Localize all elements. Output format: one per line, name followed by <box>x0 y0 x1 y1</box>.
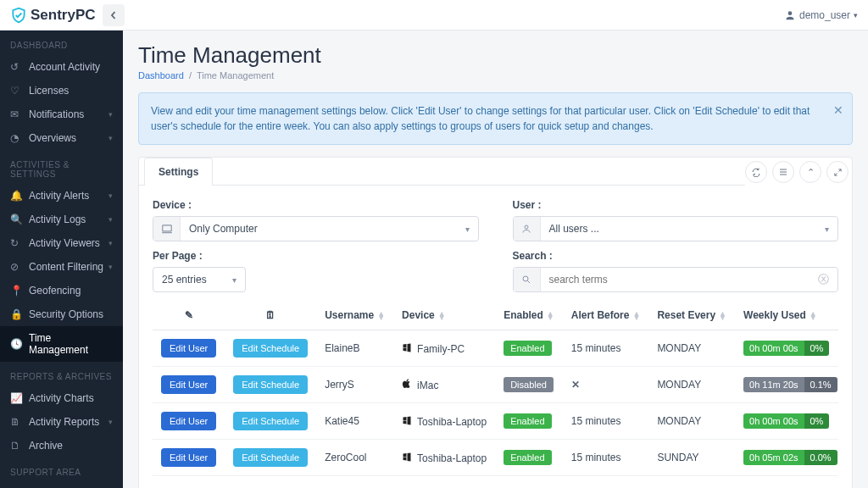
sidebar-item-account-activity[interactable]: ↺Account Activity <box>0 55 123 79</box>
expand-button[interactable] <box>826 161 849 183</box>
svg-rect-1 <box>162 225 171 231</box>
ban-icon: ⊘ <box>10 261 22 273</box>
collapse-button[interactable]: ⌃ <box>799 161 821 183</box>
sidebar-item-activity-viewers[interactable]: ↻Activity Viewers▾ <box>0 231 123 255</box>
refresh-button[interactable] <box>745 161 767 183</box>
user-menu[interactable]: demo_user ▾ <box>784 9 858 21</box>
user-select[interactable]: All users ... ▾ <box>513 216 839 241</box>
sort-icon[interactable]: ▲▼ <box>377 312 385 320</box>
expand-icon <box>833 168 843 177</box>
alert-text: View and edit your time management setti… <box>151 105 810 132</box>
sidebar-item-archive[interactable]: 🗋Archive <box>0 434 123 458</box>
cell-alert-before: ✕ <box>563 367 649 403</box>
alert-close-button[interactable]: ✕ <box>833 102 843 119</box>
chevron-down-icon: ▾ <box>224 275 245 285</box>
time-management-table: ✎🗓Username▲▼Device▲▼Enabled▲▼Alert Befor… <box>153 301 838 476</box>
col-alert-before[interactable]: Alert Before▲▼ <box>563 301 649 330</box>
sort-icon[interactable]: ▲▼ <box>810 312 817 320</box>
list-button[interactable] <box>772 161 794 183</box>
sort-icon[interactable]: ▲▼ <box>719 312 726 320</box>
user-label: User : <box>513 199 839 211</box>
file-icon: 🗋 <box>10 440 22 452</box>
sidebar-item-licenses[interactable]: ♡Licenses <box>0 79 123 103</box>
brand-logo[interactable]: SentryPC <box>10 7 96 24</box>
cell-device: Family-PC <box>393 330 495 367</box>
sidebar-item-activity-logs[interactable]: 🔍Activity Logs▾ <box>0 208 123 231</box>
table-row: Edit UserEdit ScheduleZeroCoolToshiba-La… <box>153 440 838 476</box>
search-icon <box>521 274 531 285</box>
info-alert: View and edit your time management setti… <box>138 92 853 145</box>
sidebar-item-time-management[interactable]: 🕓Time Management <box>0 326 123 362</box>
cell-username: JerryS <box>316 367 393 403</box>
edit-schedule-button[interactable]: Edit Schedule <box>233 412 308 430</box>
search-input[interactable]: ⓧ <box>513 267 839 292</box>
sidebar-item-activity-charts[interactable]: 📈Activity Charts <box>0 386 123 410</box>
weekly-used-badge: 0h 05m 02s0.0% <box>743 450 837 465</box>
col-device[interactable]: Device▲▼ <box>393 301 495 330</box>
page-title: Time Management <box>138 42 853 69</box>
device-icon <box>161 224 173 234</box>
sidebar-item-overviews[interactable]: ◔Overviews▾ <box>0 126 123 150</box>
device-label: Device : <box>153 199 479 211</box>
cell-device: Toshiba-Laptop <box>393 403 495 440</box>
sidebar-item-label: Licenses <box>29 85 69 97</box>
cell-username: Katie45 <box>316 403 393 440</box>
col-username[interactable]: Username▲▼ <box>316 301 393 330</box>
col-reset-every[interactable]: Reset Every▲▼ <box>648 301 735 330</box>
sidebar-item-security-options[interactable]: 🔒Security Options <box>0 302 123 326</box>
sidebar-item-label: Time Management <box>29 332 113 356</box>
sidebar-item-label: Activity Charts <box>29 392 94 404</box>
col-enabled[interactable]: Enabled▲▼ <box>495 301 563 330</box>
search-field[interactable] <box>541 274 810 286</box>
sidebar-item-activity-alerts[interactable]: 🔔Activity Alerts▾ <box>0 184 123 208</box>
chevron-down-icon: ▾ <box>816 225 837 234</box>
chevron-left-icon <box>109 11 118 19</box>
enabled-badge: Enabled <box>504 341 551 356</box>
bell-icon: 🔔 <box>10 190 22 202</box>
clock-icon: 🕓 <box>10 338 22 350</box>
sort-icon[interactable]: ▲▼ <box>438 312 446 320</box>
tag-icon: ♡ <box>10 85 22 97</box>
edit-user-button[interactable]: Edit User <box>161 375 216 394</box>
sidebar-item-geofencing[interactable]: 📍Geofencing <box>0 279 123 302</box>
edit-schedule-button[interactable]: Edit Schedule <box>233 375 308 394</box>
brand-name: SentryPC <box>31 7 96 24</box>
col-edit-user: ✎ <box>153 301 225 330</box>
chevron-down-icon: ▾ <box>108 263 113 271</box>
edit-user-button[interactable]: Edit User <box>161 412 216 430</box>
sidebar-toggle-button[interactable] <box>103 4 125 26</box>
mac-icon <box>402 379 412 391</box>
history-icon: ↺ <box>10 61 22 73</box>
edit-schedule-button[interactable]: Edit Schedule <box>233 339 308 358</box>
tab-settings[interactable]: Settings <box>144 158 213 186</box>
sort-icon[interactable]: ▲▼ <box>547 312 554 320</box>
edit-user-button[interactable]: Edit User <box>161 448 216 467</box>
sidebar-heading: DASHBOARD <box>0 30 123 55</box>
device-select[interactable]: Only Computer ▾ <box>153 216 479 241</box>
cell-reset-every: MONDAY <box>648 330 735 367</box>
sidebar-item-label: Account Activity <box>29 61 100 73</box>
cell-reset-every: SUNDAY <box>648 440 735 476</box>
edit-user-button[interactable]: Edit User <box>161 339 216 358</box>
user-icon <box>521 224 531 234</box>
sidebar-item-content-filtering[interactable]: ⊘Content Filtering▾ <box>0 255 123 279</box>
edit-schedule-button[interactable]: Edit Schedule <box>233 448 308 467</box>
cell-username: ElaineB <box>316 330 393 367</box>
device-value: Only Computer <box>181 223 457 235</box>
breadcrumb-root[interactable]: Dashboard <box>138 70 184 80</box>
sidebar-item-label: Notifications <box>29 108 84 120</box>
sort-icon[interactable]: ▲▼ <box>632 312 640 320</box>
chevron-down-icon: ▾ <box>457 225 478 234</box>
sidebar-item-label: Archive <box>29 440 63 452</box>
col-weekly-used[interactable]: Weekly Used▲▼ <box>735 301 838 330</box>
chevron-down-icon: ▾ <box>108 191 113 200</box>
perpage-select[interactable]: 25 entries ▾ <box>153 267 246 292</box>
sidebar-item-notifications[interactable]: ✉Notifications▾ <box>0 103 123 126</box>
chart-icon: 📈 <box>10 392 22 404</box>
enabled-badge: Enabled <box>504 413 551 429</box>
weekly-used-badge: 0h 11m 20s0.1% <box>743 377 837 392</box>
breadcrumb-current: Time Management <box>197 70 274 80</box>
sidebar-item-activity-reports[interactable]: 🗎Activity Reports▾ <box>0 410 123 434</box>
sidebar-item-download[interactable]: ⭳Download <box>0 482 123 488</box>
clear-search-button[interactable]: ⓧ <box>810 272 837 287</box>
